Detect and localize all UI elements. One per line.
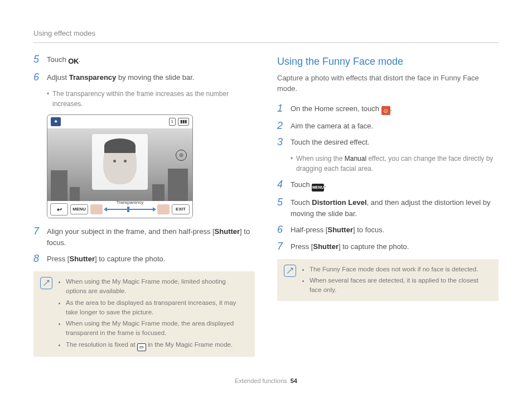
step-bold: Transparency	[69, 73, 117, 82]
page-number: 54	[291, 377, 297, 384]
note-bullet: The resolution is fixed at ▭ in the My M…	[66, 340, 248, 351]
step-number: 5	[33, 54, 41, 67]
footer-section: Extended functions	[235, 377, 287, 384]
step-text: Aim the camera at a face.	[291, 121, 499, 132]
note-icon	[40, 277, 52, 289]
step-text: by moving the slide bar.	[116, 73, 194, 82]
breadcrumb-header: Using effect modes	[33, 28, 499, 43]
step-number: 5	[277, 197, 285, 219]
right-note-box: The Funny Face mode does not work if no …	[277, 259, 499, 301]
note-bullet: The Funny Face mode does not work if no …	[309, 265, 492, 274]
step-3-bullet: When using the Manual effect, you can ch…	[291, 154, 499, 174]
battery-icon: ▮▮▮	[178, 118, 189, 126]
face-thumb-right[interactable]	[157, 204, 170, 214]
note-icon	[284, 265, 296, 277]
step-text: Touch	[291, 198, 312, 207]
left-note-box: When using the My Magic Frame mode, limi…	[33, 271, 255, 357]
transparency-slider[interactable]: Transparency	[105, 207, 155, 212]
section-description: Capture a photo with effects that distor…	[277, 73, 499, 94]
step-bold: Shutter	[313, 242, 338, 251]
back-button[interactable]: ↩	[50, 203, 68, 216]
face-preview-frame	[92, 134, 148, 190]
step-text: On the Home screen, touch	[291, 104, 381, 113]
menu-button[interactable]: MENU	[70, 204, 88, 214]
step-text: Adjust	[47, 73, 69, 82]
step-8: 8 Press [Shutter] to capture the photo.	[33, 253, 255, 265]
step-number: 3	[277, 137, 285, 148]
step-bold: Distortion Level	[312, 198, 366, 207]
step-6: 6 Adjust Transparency by moving the slid…	[33, 72, 255, 83]
globe-icon: ⊕	[176, 150, 187, 161]
step-text: ] to capture the photo.	[95, 255, 165, 263]
step-text: Press [	[291, 242, 313, 251]
step-1: 1 On the Home screen, touch .	[277, 103, 499, 115]
step-number: 8	[33, 253, 41, 265]
step-text: Touch the desired effect.	[291, 137, 499, 148]
left-column: 5 Touch OK. 6 Adjust Transparency by mov…	[33, 54, 255, 368]
step-7r: 7 Press [Shutter] to capture the photo.	[277, 241, 499, 252]
camera-screenshot: ✦ 1 ▮▮▮ ⊕ ↩ MENU	[47, 114, 193, 219]
step-bold: Shutter	[215, 227, 240, 236]
right-column: Using the Funny Face mode Capture a phot…	[277, 54, 499, 368]
ok-icon: OK	[68, 56, 79, 67]
step-text: ] to capture the photo.	[338, 242, 409, 251]
note-bullet: When using the My Magic Frame mode, the …	[66, 319, 248, 338]
step-text: Align your subject in the frame, and the…	[47, 227, 215, 236]
step-text: Press [	[47, 255, 69, 263]
step-number: 7	[33, 226, 41, 248]
resolution-icon: ▭	[137, 343, 146, 351]
step-5: 5 Touch OK.	[33, 54, 255, 67]
step-bold: Shutter	[69, 255, 95, 263]
step-text: ] to focus.	[353, 226, 384, 234]
step-6r: 6 Half-press [Shutter] to focus.	[277, 224, 499, 236]
step-bold: Shutter	[327, 226, 353, 234]
exit-button[interactable]: EXIT	[172, 204, 190, 214]
note-bullet: When several faces are detected, it is a…	[309, 276, 492, 295]
step-6-bullet: The transparency within the frame increa…	[47, 89, 255, 109]
step-number: 1	[277, 103, 285, 115]
funnyface-icon	[381, 106, 390, 115]
step-number: 4	[277, 179, 285, 192]
step-text: .	[390, 104, 393, 113]
page-footer: Extended functions 54	[33, 368, 499, 386]
step-text: Touch	[47, 55, 68, 64]
step-text: .	[324, 180, 326, 189]
note-bullet: When using the My Magic Frame mode, limi…	[66, 277, 248, 296]
note-bullet: As the area to be displayed as transpare…	[66, 298, 248, 318]
step-text: Half-press [	[291, 226, 327, 234]
step-2: 2 Aim the camera at a face.	[277, 121, 499, 132]
slider-label: Transparency	[105, 199, 155, 206]
step-text: Touch	[291, 180, 312, 189]
step-3: 3 Touch the desired effect.	[277, 137, 499, 148]
step-4: 4 Touch MENU.	[277, 179, 499, 192]
step-5r: 5 Touch Distortion Level, and then adjus…	[277, 197, 499, 219]
step-number: 7	[277, 241, 285, 252]
face-thumb-left[interactable]	[90, 204, 103, 214]
shot-count: 1	[169, 118, 176, 126]
step-number: 6	[277, 224, 285, 236]
step-number: 6	[33, 72, 41, 83]
section-title: Using the Funny Face mode	[277, 54, 499, 69]
menu-icon: MENU	[312, 184, 324, 192]
step-7: 7 Align your subject in the frame, and t…	[33, 226, 255, 248]
magic-frame-icon: ✦	[51, 117, 61, 126]
step-number: 2	[277, 121, 285, 132]
step-text: .	[79, 55, 81, 64]
